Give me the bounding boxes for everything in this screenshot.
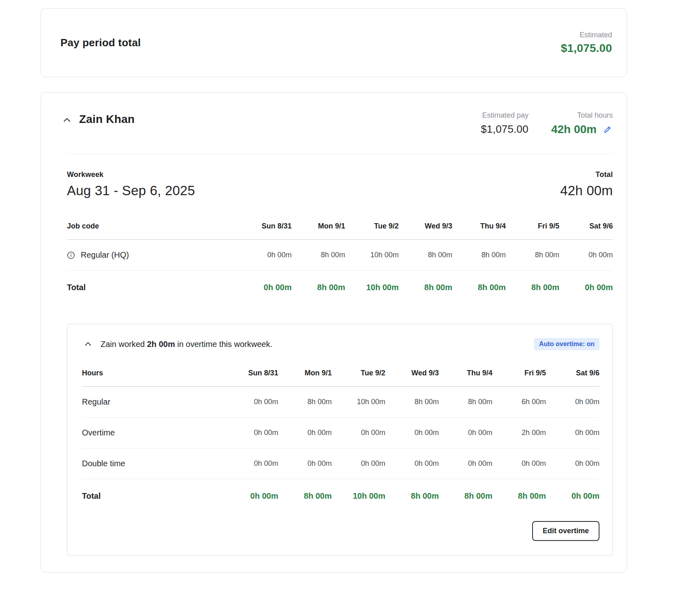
auto-overtime-badge: Auto overtime: on xyxy=(534,338,599,350)
day-header: Mon 9/1 xyxy=(278,369,332,377)
job-info-button[interactable] xyxy=(67,251,75,259)
overtime-total-cell: 8h 00m xyxy=(492,491,546,501)
hours-cell: 0h 00m xyxy=(546,398,599,406)
chevron-up-icon xyxy=(84,344,92,350)
member-stats: Estimated pay $1,075.00 Total hours 42h … xyxy=(481,111,613,136)
overtime-row-regular: Regular 0h 00m 8h 00m 10h 00m 8h 00m 8h … xyxy=(82,387,599,417)
hours-cell: 8h 00m xyxy=(439,398,492,406)
day-header: Sat 9/6 xyxy=(559,222,613,230)
overtime-panel: Zain worked 2h 00m in overtime this work… xyxy=(67,324,613,556)
day-header: Sun 8/31 xyxy=(225,369,278,377)
hours-cell: 0h 00m xyxy=(385,459,439,468)
job-hours-cell: 8h 00m xyxy=(399,251,452,259)
overtime-total-cell: 0h 00m xyxy=(225,491,278,501)
job-code-table: Job code Sun 8/31 Mon 9/1 Tue 9/2 Wed 9/… xyxy=(67,222,613,301)
pencil-icon xyxy=(603,129,612,135)
total-hours-stat: Total hours 42h 00m xyxy=(551,111,613,136)
job-hours-cell: 0h 00m xyxy=(559,251,613,259)
job-hours-cell: 0h 00m xyxy=(238,251,292,259)
job-hours-cell: 8h 00m xyxy=(292,251,345,259)
info-icon xyxy=(67,254,75,261)
estimated-amount: $1,075.00 xyxy=(561,42,612,55)
overtime-total-cell: 10h 00m xyxy=(332,491,385,501)
workweek-total-value: 42h 00m xyxy=(560,183,613,198)
job-code-header: Job code xyxy=(67,222,238,230)
workweek-row: Workweek Aug 31 - Sep 6, 2025 Total 42h … xyxy=(67,170,613,198)
overtime-header: Zain worked 2h 00m in overtime this work… xyxy=(82,338,599,350)
hours-cell: 0h 00m xyxy=(332,459,385,468)
overtime-total-label: Total xyxy=(82,491,225,501)
pay-period-card: Pay period total Estimated $1,075.00 xyxy=(41,8,627,77)
job-table-header: Job code Sun 8/31 Mon 9/1 Tue 9/2 Wed 9/… xyxy=(67,222,613,239)
workweek-info: Workweek Aug 31 - Sep 6, 2025 xyxy=(67,170,195,198)
hours-cell: 0h 00m xyxy=(225,459,278,468)
day-header: Fri 9/5 xyxy=(492,369,546,377)
hours-cell: 0h 00m xyxy=(278,459,332,468)
estimated-pay-value: $1,075.00 xyxy=(481,123,528,136)
overtime-table: Hours Sun 8/31 Mon 9/1 Tue 9/2 Wed 9/3 T… xyxy=(82,369,599,504)
header-divider xyxy=(67,154,613,154)
hours-cell: 10h 00m xyxy=(332,398,385,406)
edit-hours-button[interactable] xyxy=(602,124,613,135)
day-header: Sat 9/6 xyxy=(546,369,599,377)
overtime-table-header: Hours Sun 8/31 Mon 9/1 Tue 9/2 Wed 9/3 T… xyxy=(82,369,599,386)
job-total-cell: 8h 00m xyxy=(506,283,559,292)
row-label: Overtime xyxy=(82,428,225,437)
day-header: Tue 9/2 xyxy=(345,222,399,230)
job-total-cell: 10h 00m xyxy=(345,283,399,292)
hours-cell: 0h 00m xyxy=(278,429,332,437)
collapse-member-button[interactable] xyxy=(60,114,73,127)
day-header: Wed 9/3 xyxy=(385,369,439,377)
day-header: Wed 9/3 xyxy=(399,222,452,230)
overtime-total-cell: 8h 00m xyxy=(385,491,439,501)
overtime-row-double-time: Double time 0h 00m 0h 00m 0h 00m 0h 00m … xyxy=(82,448,599,479)
row-label: Regular xyxy=(82,397,225,407)
workweek-total: Total 42h 00m xyxy=(560,170,613,198)
job-total-row: Total 0h 00m 8h 00m 10h 00m 8h 00m 8h 00… xyxy=(67,271,613,301)
hours-cell: 0h 00m xyxy=(492,459,546,468)
edit-overtime-button[interactable]: Edit overtime xyxy=(532,521,599,541)
job-total-cell: 8h 00m xyxy=(399,283,452,292)
hours-header: Hours xyxy=(82,369,225,377)
pay-period-estimate: Estimated $1,075.00 xyxy=(561,31,612,55)
hours-cell: 6h 00m xyxy=(492,398,546,406)
day-header: Tue 9/2 xyxy=(332,369,385,377)
member-card: Zain Khan Estimated pay $1,075.00 Total … xyxy=(41,92,627,573)
hours-cell: 0h 00m xyxy=(546,429,599,437)
pay-period-title: Pay period total xyxy=(60,37,141,49)
hours-cell: 0h 00m xyxy=(225,398,278,406)
chevron-up-icon xyxy=(62,120,72,126)
overtime-summary: Zain worked 2h 00m in overtime this work… xyxy=(101,340,273,349)
hours-cell: 0h 00m xyxy=(439,429,492,437)
hours-cell: 0h 00m xyxy=(332,429,385,437)
job-total-cell: 8h 00m xyxy=(452,283,506,292)
job-total-cell: 0h 00m xyxy=(238,283,292,292)
job-total-label: Total xyxy=(67,283,238,292)
hours-cell: 2h 00m xyxy=(492,429,546,437)
overtime-total-row: Total 0h 00m 8h 00m 10h 00m 8h 00m 8h 00… xyxy=(82,479,599,504)
member-header: Zain Khan Estimated pay $1,075.00 Total … xyxy=(60,111,613,136)
collapse-overtime-button[interactable] xyxy=(82,338,94,350)
overtime-footer: Edit overtime xyxy=(82,521,599,541)
job-hours-cell: 10h 00m xyxy=(345,251,399,259)
job-row-label: Regular (HQ) xyxy=(67,250,238,260)
total-hours-line: 42h 00m xyxy=(551,123,613,136)
overtime-summary-prefix: Zain worked xyxy=(101,340,147,349)
hours-cell: 0h 00m xyxy=(385,429,439,437)
job-code-name: Regular (HQ) xyxy=(81,250,129,260)
workweek-label: Workweek xyxy=(67,170,195,179)
member-name: Zain Khan xyxy=(79,113,135,126)
row-label: Double time xyxy=(82,459,225,468)
overtime-summary-suffix: in overtime this workweek. xyxy=(175,340,272,349)
page: Pay period total Estimated $1,075.00 Zai… xyxy=(41,8,627,573)
estimated-pay-label: Estimated pay xyxy=(482,111,528,120)
job-total-cell: 0h 00m xyxy=(559,283,613,292)
day-header: Thu 9/4 xyxy=(439,369,492,377)
hours-cell: 0h 00m xyxy=(439,459,492,468)
total-hours-label: Total hours xyxy=(577,111,613,120)
hours-cell: 0h 00m xyxy=(546,459,599,468)
hours-cell: 8h 00m xyxy=(278,398,332,406)
overtime-summary-hours: 2h 00m xyxy=(147,340,175,349)
job-hours-cell: 8h 00m xyxy=(452,251,506,259)
workweek-range: Aug 31 - Sep 6, 2025 xyxy=(67,183,195,198)
